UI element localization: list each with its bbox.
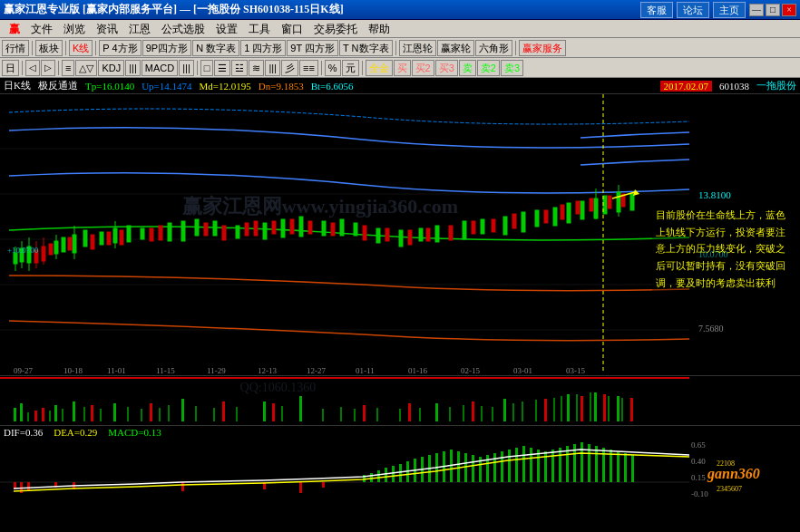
btn-hexagon[interactable]: 六角形 [475,40,512,56]
svg-rect-58 [308,221,312,234]
menu-help[interactable]: 帮助 [363,20,395,38]
svg-rect-16 [168,223,171,241]
menu-trade[interactable]: 交易委托 [308,20,363,38]
btn-day[interactable]: 日 [2,60,19,76]
svg-text:gann360: gann360 [707,466,760,482]
btn-hatch[interactable]: 彡 [281,60,298,76]
btn-sell2[interactable]: 卖2 [477,60,500,76]
svg-rect-172 [370,473,373,482]
forum-button[interactable]: 论坛 [677,2,709,18]
btn-draw1[interactable]: ≡ [62,60,74,76]
btn-double-lines[interactable]: ≡≡ [299,60,318,76]
menu-win[interactable]: 赢 [4,20,25,38]
btn-kdj[interactable]: KDJ [98,60,124,76]
menu-tools[interactable]: 工具 [243,20,276,38]
btn-pct[interactable]: % [325,60,341,76]
btn-buy1[interactable]: 买 [394,60,411,76]
btn-nav-tools[interactable]: ◁ [25,60,40,76]
sep4 [395,41,396,55]
svg-rect-69 [561,205,564,219]
btn-yuan[interactable]: 元 [342,60,359,76]
menu-window[interactable]: 窗口 [276,20,308,38]
svg-rect-204 [602,448,605,482]
btn-lines[interactable]: ☰ [214,60,230,76]
up-value: Up=14.1474 [141,81,191,92]
menu-browse[interactable]: 浏览 [58,20,91,38]
svg-rect-12 [100,232,103,245]
btn-rect[interactable]: □ [200,60,214,76]
btn-buy2[interactable]: 买2 [412,60,434,76]
macd-svg: 0.65 0.40 0.15 -0.10 [0,439,800,502]
btn-n-num[interactable]: N 数字表 [192,40,239,56]
btn-sell1[interactable]: 卖 [459,60,476,76]
svg-rect-55 [254,221,258,236]
svg-rect-214 [181,482,184,491]
svg-text:12-13: 12-13 [258,366,277,375]
menu-jianen[interactable]: 江恩 [123,20,156,38]
svg-rect-144 [281,406,283,421]
sep7 [58,61,59,75]
btn-market[interactable]: 行情 [2,40,29,56]
svg-rect-176 [399,464,402,482]
btn-macd[interactable]: MACD [141,60,178,76]
btn-9p4[interactable]: 9P四方形 [142,40,191,56]
btn-draw2[interactable]: △▽ [75,60,97,76]
menu-info[interactable]: 资讯 [91,20,123,38]
svg-text:09-27: 09-27 [14,366,33,375]
btn-tn-num[interactable]: T N数字表 [339,40,393,56]
svg-rect-146 [340,407,342,421]
svg-rect-61 [385,228,389,241]
btn-win-service[interactable]: 赢家服务 [519,40,566,56]
svg-rect-22 [281,219,285,237]
btn-bars2[interactable]: ||| [179,60,194,76]
maximize-button[interactable]: □ [766,4,780,16]
menu-formula[interactable]: 公式选股 [156,20,210,38]
btn-nav-right[interactable]: ▷ [41,60,55,76]
svg-rect-139 [159,408,161,421]
btn-sell3[interactable]: 卖3 [501,60,523,76]
menu-bar: 赢 文件 浏览 资讯 江恩 公式选股 设置 工具 窗口 交易委托 帮助 [0,20,800,38]
btn-all-gold[interactable]: 全金 [366,60,393,76]
btn-kline[interactable]: K线 [69,40,93,56]
home-button[interactable]: 主页 [713,2,746,18]
stock-name: 一拖股份 [756,79,796,92]
chart-date: 2017.02.07 [660,81,713,92]
btn-vlines[interactable]: ||| [265,60,280,76]
btn-1-4[interactable]: 1 四方形 [240,40,286,56]
btn-9t4[interactable]: 9T 四方形 [287,40,338,56]
svg-rect-161 [590,392,591,421]
volume-svg: 546193 364129 182064 [0,376,689,426]
btn-buy3[interactable]: 买3 [435,60,458,76]
svg-rect-63 [426,228,430,241]
minimize-button[interactable]: — [749,4,764,16]
svg-rect-157 [535,400,537,421]
btn-jianen-wheel[interactable]: 江恩轮 [399,40,436,56]
btn-sectors[interactable]: 板块 [35,40,63,56]
svg-rect-23 [299,217,303,237]
btn-wave[interactable]: ☳ [231,60,248,76]
svg-rect-145 [322,409,324,421]
chart-svg-area[interactable]: 赢家江恩网www.yingjia360.com [0,94,800,375]
menu-settings[interactable]: 设置 [210,20,243,38]
svg-rect-126 [408,403,411,421]
svg-rect-217 [322,482,325,488]
volume-area: QQ:1060.1360 546193 364129 182064 [0,375,800,425]
svg-rect-112 [263,401,266,421]
btn-grid[interactable]: ≋ [249,60,264,76]
btn-win-wheel[interactable]: 赢家轮 [437,40,474,56]
svg-rect-40 [603,196,607,214]
svg-rect-70 [576,201,580,214]
svg-rect-117 [594,392,597,421]
svg-text:12-27: 12-27 [307,366,326,375]
close-button[interactable]: × [782,4,796,16]
svg-rect-160 [576,394,578,421]
btn-bars1[interactable]: ||| [125,60,141,76]
svg-rect-132 [27,412,29,421]
service-button[interactable]: 客服 [640,2,673,18]
svg-rect-32 [481,219,484,234]
svg-rect-216 [299,482,302,493]
menu-file[interactable]: 文件 [25,20,58,38]
btn-p4[interactable]: P 4方形 [99,40,141,56]
svg-rect-30 [435,226,439,242]
svg-rect-65 [472,221,475,234]
